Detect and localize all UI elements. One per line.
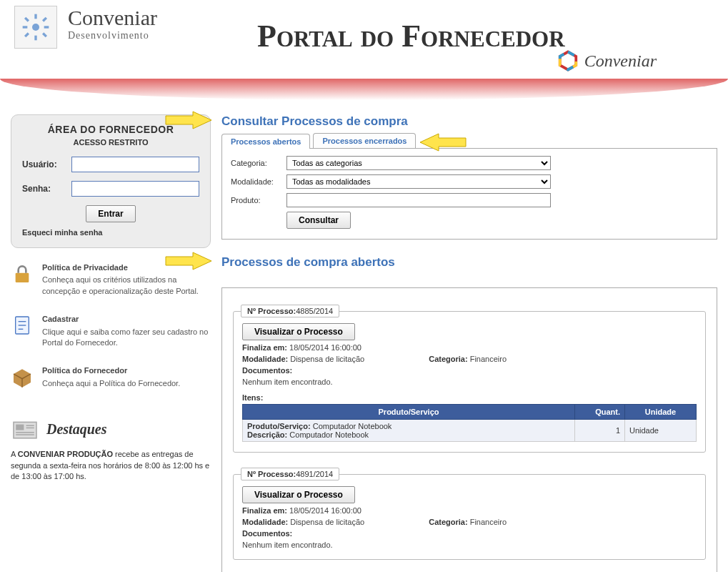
password-input[interactable] bbox=[71, 181, 199, 197]
consultar-button[interactable]: Consultar bbox=[286, 212, 351, 229]
brand-subtitle: Desenvolvimento bbox=[68, 30, 157, 41]
username-input[interactable] bbox=[71, 157, 199, 172]
svg-rect-1 bbox=[34, 14, 36, 19]
consult-title: Consultar Processos de compra bbox=[221, 114, 717, 129]
svg-rect-8 bbox=[42, 17, 47, 22]
process-box: Nº Processo:4891/2014 Visualizar o Proce… bbox=[233, 474, 706, 560]
visualizar-button[interactable]: Visualizar o Processo bbox=[242, 323, 355, 340]
document-icon bbox=[11, 314, 34, 337]
svg-rect-4 bbox=[44, 26, 49, 28]
destaques-body: A CONVENIAR PRODUÇÃO recebe as entregas … bbox=[11, 449, 211, 482]
categoria-select[interactable]: Todas as categorias bbox=[286, 156, 551, 170]
tabs: Processos abertos Processos encerrados bbox=[221, 133, 717, 149]
newspaper-icon bbox=[11, 418, 39, 440]
table-row: Produto/Serviço: Computador Notebook Des… bbox=[243, 420, 697, 442]
process-legend: Nº Processo:4891/2014 bbox=[241, 468, 339, 480]
svg-rect-12 bbox=[16, 273, 29, 282]
username-label: Usuário: bbox=[22, 159, 71, 169]
portal-title: Portal do Fornecedor bbox=[257, 18, 565, 54]
svg-rect-2 bbox=[34, 36, 36, 41]
process-box: Nº Processo:4885/2014 Visualizar o Proce… bbox=[233, 311, 706, 453]
password-label: Senha: bbox=[22, 184, 71, 194]
svg-rect-6 bbox=[42, 32, 47, 37]
col-unidade: Unidade bbox=[625, 405, 697, 420]
login-subtitle: ACESSO RESTRITO bbox=[22, 138, 199, 147]
svg-rect-3 bbox=[23, 26, 28, 28]
login-button[interactable]: Entrar bbox=[86, 205, 135, 222]
header-curve bbox=[0, 79, 728, 100]
arrow-annotation-icon bbox=[164, 251, 214, 271]
produto-label: Produto: bbox=[231, 196, 286, 204]
itens-table: Produto/Serviço Quant. Unidade Produto/S… bbox=[242, 404, 697, 442]
results-title: Processos de compra abertos bbox=[221, 255, 717, 270]
gear-icon bbox=[14, 6, 57, 49]
svg-rect-7 bbox=[24, 32, 29, 37]
svg-rect-19 bbox=[16, 425, 24, 430]
conveniar-logo: Conveniar bbox=[557, 50, 657, 72]
arrow-annotation-icon bbox=[417, 132, 467, 152]
filter-panel: Categoria: Todas as categorias Modalidad… bbox=[221, 149, 717, 240]
process-legend: Nº Processo:4885/2014 bbox=[241, 305, 339, 317]
categoria-label: Categoria: bbox=[231, 159, 286, 167]
tab-closed[interactable]: Processos encerrados bbox=[313, 133, 416, 148]
tab-open[interactable]: Processos abertos bbox=[221, 134, 310, 149]
arrow-annotation-icon bbox=[164, 110, 214, 130]
modalidade-label: Modalidade: bbox=[231, 177, 286, 186]
login-box: ÁREA DO FORNECEDOR ACESSO RESTRITO Usuár… bbox=[11, 114, 211, 248]
svg-rect-5 bbox=[24, 17, 29, 22]
brand-name: Conveniar bbox=[68, 6, 157, 30]
destaques-heading: Destaques bbox=[11, 418, 211, 440]
header: Conveniar Desenvolvimento Portal do Forn… bbox=[0, 0, 728, 100]
box-icon bbox=[11, 365, 34, 388]
svg-point-0 bbox=[32, 24, 39, 31]
forgot-password-link[interactable]: Esqueci minha senha bbox=[22, 228, 199, 237]
visualizar-button[interactable]: Visualizar o Processo bbox=[242, 486, 355, 503]
results-panel: Nº Processo:4885/2014 Visualizar o Proce… bbox=[221, 287, 717, 572]
sidebar-item-register[interactable]: CadastrarClique aqui e saiba como fazer … bbox=[11, 314, 211, 348]
sidebar-item-policy[interactable]: Política do FornecedorConheça aqui a Pol… bbox=[11, 365, 211, 389]
modalidade-select[interactable]: Todas as modalidades bbox=[286, 174, 551, 189]
lock-icon bbox=[11, 262, 34, 285]
col-quant: Quant. bbox=[575, 405, 625, 420]
produto-input[interactable] bbox=[286, 193, 551, 207]
col-produto: Produto/Serviço bbox=[243, 405, 575, 420]
